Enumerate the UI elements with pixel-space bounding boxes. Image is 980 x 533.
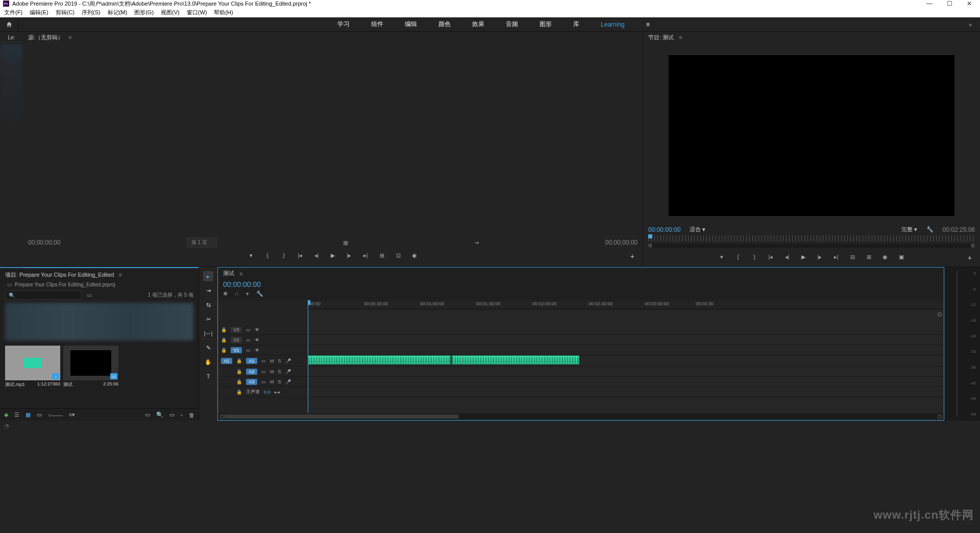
type-tool-icon[interactable]: T — [203, 371, 213, 381]
scroll-handle-icon[interactable] — [938, 312, 942, 317]
lock-icon[interactable]: 🔒 — [236, 379, 242, 384]
close-button[interactable]: ✕ — [967, 0, 972, 7]
voice-icon[interactable]: 🎤 — [285, 358, 291, 364]
program-viewer[interactable] — [669, 55, 954, 216]
mute-icon[interactable]: M — [270, 369, 274, 374]
marker-icon[interactable]: ▾ — [248, 252, 255, 259]
panel-menu-icon[interactable]: ≡ — [118, 272, 121, 278]
hand-tool-icon[interactable]: ✋ — [203, 357, 213, 367]
step-fwd-icon[interactable]: |▸ — [816, 254, 823, 260]
track-a3[interactable]: A3 — [246, 379, 257, 385]
slip-tool-icon[interactable]: |↔| — [203, 328, 213, 338]
scroll-thumb[interactable] — [224, 415, 459, 419]
new-item-icon[interactable]: ▫ — [181, 412, 183, 418]
icon-view-icon[interactable]: ▦ — [26, 411, 31, 418]
playhead-icon[interactable] — [648, 234, 652, 238]
expand-icon[interactable]: ▸◂ — [275, 390, 280, 395]
goto-in-icon[interactable]: |◂ — [767, 254, 774, 260]
voice-icon[interactable]: 🎤 — [285, 379, 291, 384]
selection-tool-icon[interactable]: ▸ — [203, 271, 213, 281]
solo-icon[interactable]: S — [278, 369, 281, 374]
project-search-input[interactable]: 🔍 — [5, 290, 82, 300]
source-page-dropdown[interactable]: 第 1 页 — [187, 237, 217, 248]
program-tc-left[interactable]: 00:00:00:00 — [648, 226, 680, 233]
track-v1[interactable]: V1 — [231, 347, 242, 353]
home-button[interactable] — [0, 17, 18, 31]
src-a1[interactable]: A1 — [221, 358, 232, 364]
bin-icon[interactable]: ▭ — [87, 292, 92, 299]
ws-assembly[interactable]: 组件 — [371, 20, 383, 29]
panel-menu-icon[interactable]: ≡ — [679, 34, 682, 40]
ws-learning-active[interactable]: Learning — [601, 21, 625, 28]
marker-icon[interactable]: ▾ — [718, 254, 725, 260]
ws-effects[interactable]: 效果 — [472, 20, 484, 29]
settings-icon[interactable]: 🔧 — [256, 290, 263, 297]
program-zoom-bar[interactable] — [648, 244, 975, 248]
lock-icon[interactable]: 🔒 — [236, 369, 242, 374]
list-view-icon[interactable]: ☰ — [14, 411, 19, 418]
linked-sel-icon[interactable]: ∩ — [235, 290, 239, 297]
source-tc-right[interactable]: 00;00;00;00 — [605, 239, 638, 246]
mute-icon[interactable]: M — [270, 358, 274, 364]
audio-clip[interactable] — [452, 355, 579, 365]
ws-editing[interactable]: 编辑 — [405, 20, 417, 29]
source-icon-b[interactable]: ⇥ — [474, 239, 479, 246]
pen-tool-icon[interactable]: ✎ — [203, 343, 213, 353]
menu-clip[interactable]: 剪辑(C) — [56, 9, 75, 16]
timeline-sequence-name[interactable]: 测试 — [223, 270, 234, 277]
zoom-handle-icon[interactable] — [220, 415, 224, 419]
zoom-handle-right[interactable] — [971, 244, 975, 248]
export-frame-icon[interactable]: ◉ — [881, 254, 889, 260]
menu-help[interactable]: 帮助(H) — [214, 9, 233, 16]
program-quality-dropdown[interactable]: 完整 ▾ — [901, 226, 917, 233]
toggle-output-icon[interactable]: ▭ — [246, 337, 251, 343]
project-item[interactable]: ▭ 测试2:25:06 — [63, 346, 118, 389]
find-icon[interactable]: 🔍 — [156, 411, 163, 418]
ws-audio[interactable]: 音频 — [506, 20, 518, 29]
audio-clip[interactable] — [308, 355, 451, 365]
ws-learn[interactable]: 学习 — [337, 20, 350, 29]
mute-icon[interactable]: M — [270, 379, 274, 384]
lock-icon[interactable]: 🔒 — [221, 337, 227, 343]
panel-menu-icon[interactable]: ≡ — [68, 34, 71, 40]
insert-icon[interactable]: ⊞ — [378, 252, 385, 259]
program-tc-right[interactable]: 00:02:25:06 — [943, 226, 975, 233]
menu-sequence[interactable]: 序列(S) — [82, 9, 101, 16]
timeline-playhead[interactable] — [308, 300, 308, 413]
toggle-output-icon[interactable]: ▭ — [246, 327, 251, 332]
ws-graphics[interactable]: 图形 — [540, 20, 552, 29]
menu-marker[interactable]: 标记(M) — [108, 9, 128, 16]
menu-window[interactable]: 窗口(W) — [187, 9, 207, 16]
solo-icon[interactable]: S — [278, 358, 281, 364]
out-point-icon[interactable]: } — [751, 254, 758, 260]
track-v3[interactable]: V3 — [231, 327, 242, 333]
in-point-icon[interactable]: { — [264, 252, 271, 259]
menu-edit[interactable]: 编辑(E) — [30, 9, 48, 16]
freeform-view-icon[interactable]: ▭ — [37, 411, 42, 418]
timeline-tracks-area[interactable]: :00:00 00:00:30:00 00:01:00:00 00:01:30:… — [308, 300, 944, 413]
lock-icon[interactable]: 🔒 — [236, 358, 242, 364]
program-scrubber[interactable] — [648, 235, 975, 241]
razor-tool-icon[interactable]: ✂ — [203, 314, 213, 324]
timeline-scrollbar[interactable] — [218, 413, 944, 420]
delete-icon[interactable]: 🗑 — [189, 412, 194, 418]
source-icon-a[interactable]: ▦ — [343, 239, 348, 246]
zoom-handle-icon[interactable] — [938, 415, 942, 419]
play-icon[interactable]: ▶ — [329, 252, 336, 259]
track-v2[interactable]: V2 — [231, 337, 242, 343]
out-point-icon[interactable]: } — [280, 252, 287, 259]
ws-menu-icon[interactable]: ≡ — [646, 21, 650, 28]
source-tc-left[interactable]: 00;00;00;00 — [28, 239, 60, 246]
track-a1[interactable]: A1 — [246, 358, 257, 364]
toggle-output-icon[interactable]: ▭ — [261, 369, 266, 374]
eye-icon[interactable]: 👁 — [255, 337, 259, 343]
ripple-tool-icon[interactable]: ⇆ — [203, 300, 213, 310]
eye-icon[interactable]: 👁 — [255, 348, 259, 353]
source-viewer[interactable] — [23, 43, 643, 235]
panel-menu-icon[interactable]: ≡ — [239, 271, 242, 277]
goto-out-icon[interactable]: ▸| — [832, 254, 840, 260]
step-back-icon[interactable]: ◂| — [313, 252, 320, 259]
goto-in-icon[interactable]: |◂ — [297, 252, 304, 259]
add-button-icon[interactable]: + — [630, 252, 634, 260]
overwrite-icon[interactable]: ⊡ — [395, 252, 402, 259]
